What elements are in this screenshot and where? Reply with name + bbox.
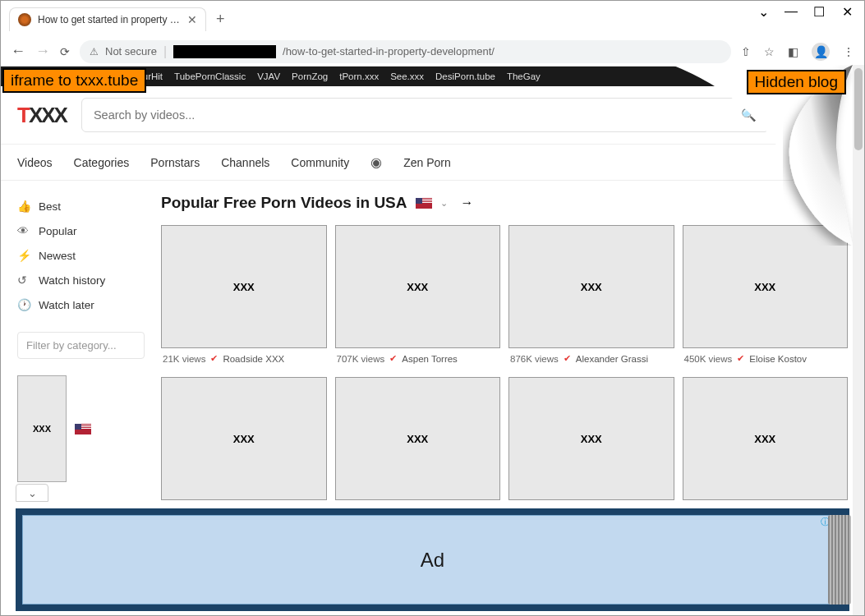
video-card[interactable]: XXX 876K views✔Alexander Grassi (508, 225, 674, 369)
check-icon: ✔ (564, 353, 571, 364)
video-author[interactable]: Eloise Kostov (749, 354, 807, 364)
nav-videos[interactable]: Videos (17, 156, 53, 169)
url-path: /how-to-get-started-in-property-developm… (283, 45, 495, 57)
warning-icon: ⚠ (90, 46, 99, 57)
maximize-icon[interactable]: ☐ (813, 6, 825, 17)
sidebar-label: Newest (39, 250, 76, 262)
network-link[interactable]: See.xxx (390, 71, 424, 81)
network-link[interactable]: PornZog (292, 71, 328, 81)
video-author[interactable]: Aspen Torres (402, 354, 458, 364)
nav-channels[interactable]: Channels (221, 156, 269, 169)
arrow-right-icon[interactable]: → (461, 195, 474, 210)
category-filter-input[interactable]: Filter by category... (17, 332, 145, 359)
tab-title: How to get started in property de (38, 14, 181, 25)
country-flag-icon[interactable] (823, 110, 840, 121)
sidebar-label: Watch later (39, 299, 94, 311)
close-window-icon[interactable]: ✕ (841, 6, 853, 17)
network-link[interactable]: TheGay (507, 71, 541, 81)
video-views: 21K views (163, 354, 205, 364)
network-link[interactable]: VJAV (257, 71, 280, 81)
close-tab-icon[interactable]: ✕ (187, 13, 197, 26)
ad-label: Ad (421, 549, 444, 572)
video-thumbnail[interactable]: XXX (683, 377, 849, 500)
sidebar-label: Watch history (39, 274, 105, 287)
menu-icon[interactable]: ⋮ (843, 45, 854, 58)
network-link[interactable]: tPorn.xxx (339, 71, 379, 81)
video-card[interactable]: XXX (508, 377, 674, 500)
url-redacted (173, 45, 276, 58)
sidebar-item-watch-later[interactable]: 🕐 Watch later (17, 292, 145, 317)
check-icon: ✔ (737, 353, 744, 364)
new-tab-button[interactable]: + (216, 11, 225, 28)
nav-zen[interactable]: Zen Porn (403, 156, 451, 169)
search-input[interactable] (94, 108, 741, 122)
expand-panel-button[interactable]: ⌄ (16, 484, 48, 502)
scrollbar-thumb[interactable] (854, 68, 863, 150)
clock-icon: 🕐 (17, 298, 30, 311)
video-card[interactable]: XXX (683, 377, 849, 500)
chevron-down-icon[interactable]: ⌄ (757, 6, 769, 17)
forward-button: → (35, 43, 50, 60)
video-author[interactable]: Alexander Grassi (576, 354, 648, 364)
not-secure-label: Not secure (105, 45, 157, 57)
sidebar-item-popular[interactable]: 👁 Popular (17, 218, 145, 243)
video-thumbnail[interactable]: XXX (161, 225, 327, 348)
check-icon: ✔ (210, 353, 218, 364)
share-icon[interactable]: ⇧ (741, 45, 751, 58)
video-views: 450K views (684, 354, 733, 364)
ad-banner[interactable]: Ad ⓘ ✕ (16, 508, 849, 611)
video-card[interactable]: XXX 707K views✔Aspen Torres (335, 225, 501, 369)
video-views: 707K views (337, 354, 385, 364)
site-logo[interactable]: TXXX (17, 103, 67, 128)
browser-tab[interactable]: How to get started in property de ✕ (9, 7, 206, 31)
country-flag-icon (75, 424, 91, 434)
search-icon[interactable]: 🔍 (741, 108, 757, 122)
panel-icon[interactable]: ◧ (788, 45, 798, 58)
search-box[interactable]: 🔍 (81, 98, 769, 132)
annotation-iframe-label: iframe to txxx.tube (2, 68, 146, 93)
nav-categories[interactable]: Categories (74, 156, 130, 169)
network-link[interactable]: TubePornClassic (174, 71, 246, 81)
sidebar-item-best[interactable]: 👍 Best (17, 194, 145, 218)
main-nav: Videos Categories Pornstars Channels Com… (1, 144, 864, 181)
video-card[interactable]: XXX 21K views✔Roadside XXX (161, 225, 327, 369)
eye-icon: 👁 (17, 224, 30, 237)
video-thumbnail[interactable]: XXX (335, 225, 501, 348)
sidebar-label: Best (39, 200, 61, 213)
video-author[interactable]: Roadside XXX (223, 354, 284, 364)
sidebar-item-history[interactable]: ↺ Watch history (17, 268, 145, 292)
profile-icon[interactable]: 👤 (812, 43, 830, 61)
country-flag-icon[interactable] (416, 198, 432, 209)
sidebar: 👍 Best 👁 Popular ⚡ Newest ↺ Watch histor… (17, 194, 145, 500)
video-card[interactable]: XXX (335, 377, 501, 500)
video-thumbnail[interactable]: XXX (508, 377, 674, 500)
nav-pornstars[interactable]: Pornstars (150, 156, 200, 169)
back-button[interactable]: ← (11, 43, 25, 60)
bookmark-icon[interactable]: ☆ (764, 45, 775, 58)
gender-filter-icon[interactable]: ⚥ (792, 108, 803, 123)
video-thumbnail[interactable]: XXX (161, 377, 327, 500)
check-icon: ✔ (389, 353, 397, 364)
video-card[interactable]: XXX 450K views✔Eloise Kostov (683, 225, 849, 369)
address-bar[interactable]: ⚠ Not secure | /how-to-get-started-in-pr… (80, 40, 731, 63)
minimize-icon[interactable]: — (785, 6, 797, 17)
annotation-hidden-blog-label: Hidden blog (747, 70, 846, 94)
scrollbar[interactable] (853, 65, 864, 615)
sidebar-thumb[interactable]: XXX (17, 375, 67, 482)
video-thumbnail[interactable]: XXX (335, 377, 501, 500)
lightning-icon: ⚡ (17, 249, 30, 262)
sidebar-item-newest[interactable]: ⚡ Newest (17, 243, 145, 268)
video-card[interactable]: XXX (161, 377, 327, 500)
favicon-icon (18, 13, 31, 26)
sidebar-label: Popular (39, 225, 77, 237)
section-heading: Popular Free Porn Videos in USA (161, 194, 407, 212)
reload-button[interactable]: ⟳ (60, 45, 70, 58)
video-thumbnail[interactable]: XXX (683, 225, 849, 348)
video-thumbnail[interactable]: XXX (508, 225, 674, 348)
ad-decoration (828, 515, 851, 605)
nav-community[interactable]: Community (291, 156, 349, 169)
zen-icon: ◉ (370, 154, 382, 170)
chevron-down-icon[interactable]: ⌄ (440, 198, 448, 209)
network-link[interactable]: DesiPorn.tube (435, 71, 495, 81)
thumbs-up-icon: 👍 (17, 200, 30, 213)
